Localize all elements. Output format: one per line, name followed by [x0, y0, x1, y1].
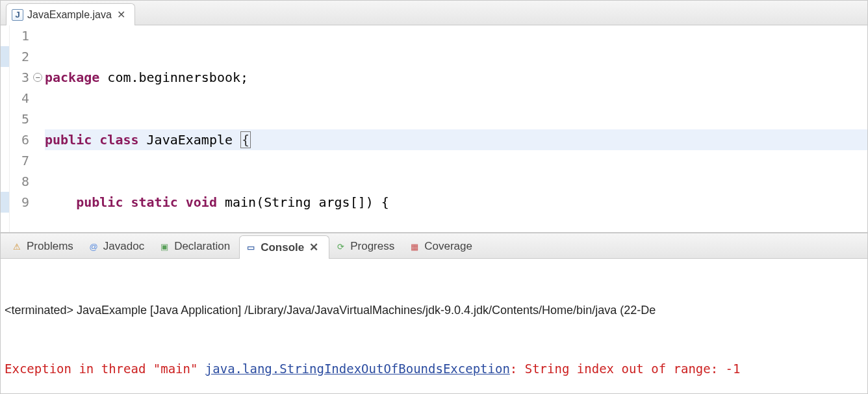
- editor-pane: J JavaExample.java ✕ 1 2 3 4 5 6 7 8: [0, 0, 868, 233]
- tab-coverage[interactable]: ▦ Coverage: [403, 235, 481, 258]
- tab-problems[interactable]: ⚠ Problems: [6, 235, 83, 258]
- views-tab-bar: ⚠ Problems @ Javadoc ▣ Declaration ▭ Con…: [0, 233, 868, 259]
- java-file-icon: J: [12, 9, 23, 21]
- close-icon[interactable]: ✕: [116, 8, 127, 21]
- fold-column: −: [33, 25, 45, 232]
- console-header: <terminated> JavaExample [Java Applicati…: [5, 300, 863, 320]
- stacktrace-link[interactable]: java.lang.StringIndexOutOfBoundsExceptio…: [205, 361, 510, 376]
- tab-label: Coverage: [424, 240, 472, 253]
- coverage-icon: ▦: [409, 241, 420, 252]
- tab-progress[interactable]: ⟳ Progress: [329, 235, 403, 258]
- code-line[interactable]: package com.beginnersbook;: [45, 67, 867, 88]
- editor-tab[interactable]: J JavaExample.java ✕: [6, 3, 135, 25]
- tab-declaration[interactable]: ▣ Declaration: [153, 235, 239, 258]
- declaration-icon: ▣: [159, 241, 170, 252]
- tab-label: Declaration: [174, 240, 230, 253]
- console-output[interactable]: <terminated> JavaExample [Java Applicati…: [0, 259, 868, 394]
- code-line[interactable]: public static void main(String args[]) {: [45, 192, 867, 213]
- tab-console[interactable]: ▭ Console ✕: [239, 235, 329, 259]
- tab-label: Progress: [350, 240, 394, 253]
- marker-strip: [1, 25, 10, 232]
- fold-toggle-icon[interactable]: −: [33, 73, 42, 82]
- tab-label: Console: [261, 241, 304, 254]
- tab-label: Javadoc: [103, 240, 144, 253]
- editor-tab-bar: J JavaExample.java ✕: [1, 1, 867, 25]
- editor-tab-filename: JavaExample.java: [27, 9, 112, 21]
- close-icon[interactable]: ✕: [308, 241, 320, 254]
- tab-label: Problems: [27, 240, 73, 253]
- progress-icon: ⟳: [335, 241, 346, 252]
- console-icon: ▭: [245, 242, 257, 254]
- code-line[interactable]: public class JavaExample {: [45, 129, 867, 150]
- line-number-gutter: 1 2 3 4 5 6 7 8 9: [10, 25, 33, 232]
- code-lines[interactable]: package com.beginnersbook; public class …: [45, 25, 867, 232]
- javadoc-icon: @: [88, 241, 99, 252]
- tab-javadoc[interactable]: @ Javadoc: [83, 235, 153, 258]
- code-area[interactable]: 1 2 3 4 5 6 7 8 9 − package com.beginner…: [1, 25, 867, 232]
- problems-icon: ⚠: [11, 241, 23, 252]
- console-line: Exception in thread "main" java.lang.Str…: [5, 359, 863, 378]
